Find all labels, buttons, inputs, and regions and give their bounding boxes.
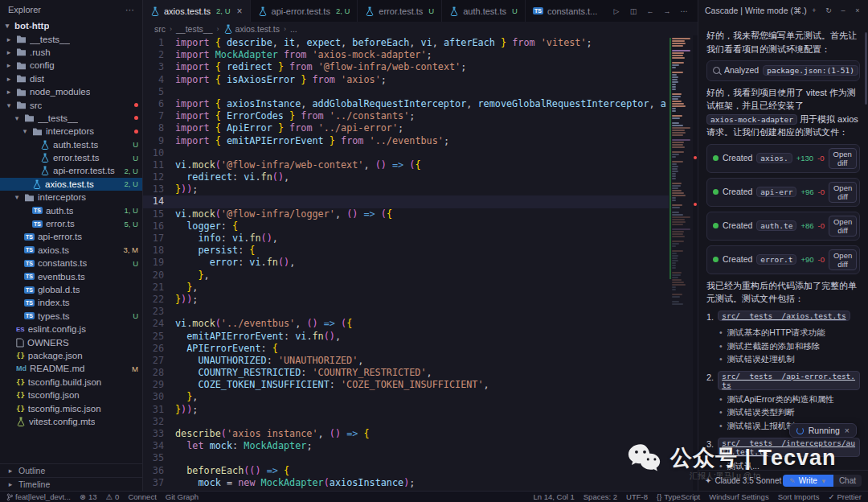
tree-item[interactable]: TSaxios.ts3, M	[0, 244, 142, 257]
close-icon[interactable]: ×	[854, 6, 862, 14]
section-timeline[interactable]: ▸Timeline	[0, 477, 142, 491]
tab-api-error.test.ts[interactable]: api-error.test.ts2, U	[251, 0, 358, 22]
tree-item[interactable]: ESeslint.config.js	[0, 323, 142, 335]
tab-error.test.ts[interactable]: error.test.tsU	[358, 0, 442, 22]
status-item-prettier[interactable]: ✓Prettier	[828, 492, 862, 501]
tree-item[interactable]: auth.test.tsU	[0, 138, 142, 151]
tab-list: axios.test.ts2, U×api-error.test.ts2, Ue…	[143, 0, 603, 22]
tree-item[interactable]: TStypes.tsU	[0, 310, 142, 323]
code-line	[175, 195, 669, 208]
line-number: 30	[143, 391, 175, 403]
tree-item[interactable]: ▸config	[0, 59, 142, 72]
chat-scrollbar[interactable]	[865, 32, 867, 105]
minimap-line	[672, 183, 682, 184]
tree-item[interactable]: OWNERS	[0, 335, 142, 348]
tree-item[interactable]: TSindex.ts	[0, 296, 142, 309]
status-item-typescript[interactable]: {}TypeScript	[657, 492, 700, 501]
tree-root[interactable]: ▾bot-http	[0, 19, 142, 32]
history-icon[interactable]: ↻	[825, 6, 833, 14]
tree-item[interactable]: ▸__tests__	[0, 32, 142, 45]
bullet-item: •测试错误处理机制	[719, 352, 860, 365]
tree-item[interactable]: ▾__tests__	[0, 112, 142, 125]
code-editor[interactable]: 1234567891011121314151617181920212223242…	[143, 35, 698, 491]
tree-item[interactable]: TSconstants.tsU	[0, 257, 142, 270]
explorer-more-icon[interactable]: ⋯	[125, 5, 134, 15]
tree-item[interactable]: ▾interceptors	[0, 125, 142, 138]
tree-item[interactable]: {}tsconfig.misc.json	[0, 401, 142, 414]
flask-icon	[40, 140, 50, 150]
open-diff-button[interactable]: Open diff	[829, 216, 857, 237]
tree-item[interactable]: ▸node_modules	[0, 85, 142, 98]
breadcrumb-part[interactable]: ...	[290, 24, 297, 34]
tree-item[interactable]: ▸dist	[0, 72, 142, 85]
analyzed-target[interactable]: package.json:(1-51)	[763, 65, 858, 76]
tree-item[interactable]: ▸.rush	[0, 46, 142, 59]
status-item-sort-imports[interactable]: Sort Imports	[778, 492, 820, 501]
minimap[interactable]	[669, 35, 693, 491]
navigate-back-icon[interactable]: ←	[646, 7, 654, 15]
list-number: 1.	[706, 311, 714, 324]
tab-auth.test.ts[interactable]: auth.test.tsU	[442, 0, 526, 22]
status-item-connect[interactable]: Connect	[128, 492, 156, 501]
tree-item[interactable]: TSeventbus.ts	[0, 270, 142, 282]
tree-item[interactable]: {}tsconfig.build.json	[0, 376, 142, 389]
status-item-ln-14-col-1[interactable]: Ln 14, Col 1	[534, 492, 575, 501]
new-chat-icon[interactable]: +	[810, 6, 818, 14]
tree-item[interactable]: TSapi-error.ts	[0, 230, 142, 243]
tab-constants.t...[interactable]: TSconstants.t...U	[526, 0, 603, 22]
status-item-windsurf-settings[interactable]: Windsurf Settings	[709, 492, 768, 501]
explorer-sidebar: Explorer ⋯ ▾bot-http▸__tests__▸.rush▸con…	[0, 0, 143, 491]
breadcrumb-part[interactable]: __tests__	[176, 24, 213, 34]
tree-item[interactable]: MdREADME.mdM	[0, 362, 142, 375]
status-item-feat-level_devt-[interactable]: feat|level_devt...	[6, 492, 71, 501]
file-link[interactable]: src/__tests__/axios.test.ts	[718, 311, 850, 321]
line-number: 19	[143, 257, 175, 269]
close-tab-icon[interactable]: ×	[237, 6, 243, 17]
tree-item[interactable]: vitest.config.mts	[0, 415, 142, 428]
tree-item[interactable]: ▾src	[0, 98, 142, 111]
tree-item[interactable]: ▾interceptors	[0, 191, 142, 204]
section-outline[interactable]: ▸Outline	[0, 463, 142, 477]
open-diff-button[interactable]: Open diff	[829, 249, 857, 270]
status-item-utf-8[interactable]: UTF-8	[626, 492, 648, 501]
navigate-forward-icon[interactable]: →	[663, 7, 671, 15]
minimap-line	[672, 142, 684, 143]
breadcrumb-part[interactable]: axios.test.ts	[223, 24, 280, 34]
minimap-line	[672, 137, 691, 138]
analyzed-card[interactable]: Analyzed package.json:(1-51)	[706, 60, 860, 81]
mode-write[interactable]: ✎Write▾	[783, 475, 833, 487]
mode-chat[interactable]: Chat	[833, 475, 862, 487]
tree-item[interactable]: error.test.tsU	[0, 151, 142, 164]
more-actions-icon[interactable]: ⋯	[680, 7, 688, 15]
cascade-title: Cascade | Write mode (⌘.)	[705, 6, 807, 15]
run-icon[interactable]: ▷	[612, 7, 620, 15]
created-file-chip[interactable]: auth.te	[756, 220, 796, 231]
created-file-chip[interactable]: api-err	[756, 187, 796, 197]
gutter: 1234567891011121314151617181920212223242…	[143, 35, 175, 491]
tree-item[interactable]: TSauth.ts1, U	[0, 204, 142, 216]
split-editor-icon[interactable]: ◫	[629, 7, 637, 15]
status-item-13[interactable]: ⊗13	[80, 492, 97, 501]
tree-item[interactable]: TSglobal.d.ts	[0, 283, 142, 296]
tree-item[interactable]: {}tsconfig.json	[0, 389, 142, 401]
file-link[interactable]: src/__tests__/interceptors/auth.test.ts	[718, 438, 860, 457]
status-item-git-graph[interactable]: Git Graph	[166, 492, 199, 501]
running-close-icon[interactable]: ×	[845, 426, 850, 435]
test-file-head: 3.src/__tests__/interceptors/auth.test.t…	[706, 438, 860, 457]
created-file-chip[interactable]: axios.	[756, 153, 792, 163]
tree-item[interactable]: {}package.json	[0, 349, 142, 362]
tab-label: axios.test.ts	[164, 6, 211, 16]
tab-axios.test.ts[interactable]: axios.test.ts2, U×	[143, 0, 251, 22]
tree-item[interactable]: TSerror.ts5, U	[0, 217, 142, 230]
open-diff-button[interactable]: Open diff	[829, 182, 857, 203]
tree-item[interactable]: axios.test.ts2, U	[0, 178, 142, 191]
created-file-chip[interactable]: error.t	[756, 254, 796, 265]
status-item-0[interactable]: ⚠0	[106, 492, 120, 501]
file-link[interactable]: src/__tests__/api-error.test.ts	[718, 371, 860, 390]
model-selector[interactable]: ✦ Claude 3.5 Sonnet	[705, 476, 781, 485]
open-diff-button[interactable]: Open diff	[829, 148, 857, 169]
status-item-spaces-2[interactable]: Spaces: 2	[583, 492, 617, 501]
tree-item[interactable]: api-error.test.ts2, U	[0, 164, 142, 177]
breadcrumb-part[interactable]: src	[154, 24, 166, 34]
minimize-icon[interactable]: –	[839, 6, 847, 14]
